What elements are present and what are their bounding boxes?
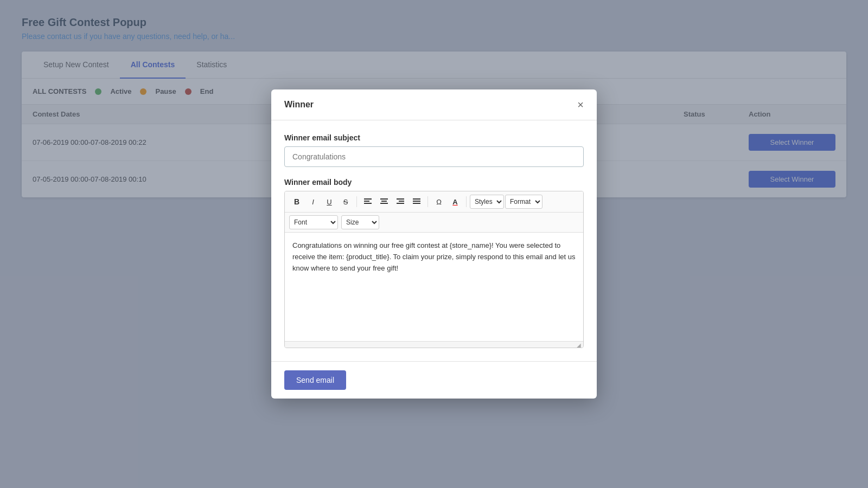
toolbar-separator-2 xyxy=(427,196,428,207)
svg-rect-14 xyxy=(413,203,420,204)
size-select[interactable]: Size xyxy=(341,215,379,229)
modal-close-button[interactable]: × xyxy=(577,99,584,110)
svg-rect-2 xyxy=(364,203,372,204)
align-right-button[interactable] xyxy=(393,195,408,209)
toolbar-row1: B I U S xyxy=(285,191,583,213)
align-center-button[interactable] xyxy=(376,195,392,209)
underline-button[interactable]: U xyxy=(322,195,337,209)
svg-rect-1 xyxy=(364,201,369,202)
toolbar-row2: Font Size xyxy=(285,213,583,233)
format-select[interactable]: Format xyxy=(505,195,542,209)
resize-handle: ◢ xyxy=(285,341,583,348)
subject-label: Winner email subject xyxy=(284,133,584,142)
resize-icon: ◢ xyxy=(577,342,582,348)
editor-content[interactable]: Congratulations on winning our free gift… xyxy=(285,233,583,341)
svg-rect-10 xyxy=(397,203,404,204)
align-left-button[interactable] xyxy=(360,195,375,209)
subject-input[interactable] xyxy=(284,146,584,167)
font-color-button[interactable]: A xyxy=(448,195,463,209)
modal-title: Winner xyxy=(284,100,314,110)
toolbar-separator-1 xyxy=(356,196,357,207)
strikethrough-button[interactable]: S xyxy=(338,195,353,209)
font-select[interactable]: Font xyxy=(289,215,338,229)
send-email-button[interactable]: Send email xyxy=(284,370,346,390)
modal-header: Winner × xyxy=(271,89,597,120)
bold-button[interactable]: B xyxy=(289,195,304,209)
svg-rect-8 xyxy=(397,198,404,200)
modal-footer: Send email xyxy=(271,361,597,399)
svg-rect-0 xyxy=(364,198,372,200)
omega-button[interactable]: Ω xyxy=(431,195,446,209)
svg-rect-4 xyxy=(380,198,388,200)
svg-rect-5 xyxy=(381,201,387,202)
svg-rect-9 xyxy=(399,201,404,202)
svg-rect-6 xyxy=(380,203,388,204)
editor-wrapper: B I U S xyxy=(284,191,584,348)
modal-body: Winner email subject Winner email body B… xyxy=(271,120,597,361)
styles-select[interactable]: Styles xyxy=(470,195,504,209)
toolbar-separator-3 xyxy=(466,196,467,207)
align-justify-button[interactable] xyxy=(409,195,424,209)
body-label: Winner email body xyxy=(284,178,584,187)
modal-overlay: Winner × Winner email subject Winner ema… xyxy=(0,0,868,488)
svg-rect-13 xyxy=(413,201,420,202)
italic-button[interactable]: I xyxy=(305,195,321,209)
svg-rect-12 xyxy=(413,198,420,200)
winner-modal: Winner × Winner email subject Winner ema… xyxy=(271,89,597,399)
